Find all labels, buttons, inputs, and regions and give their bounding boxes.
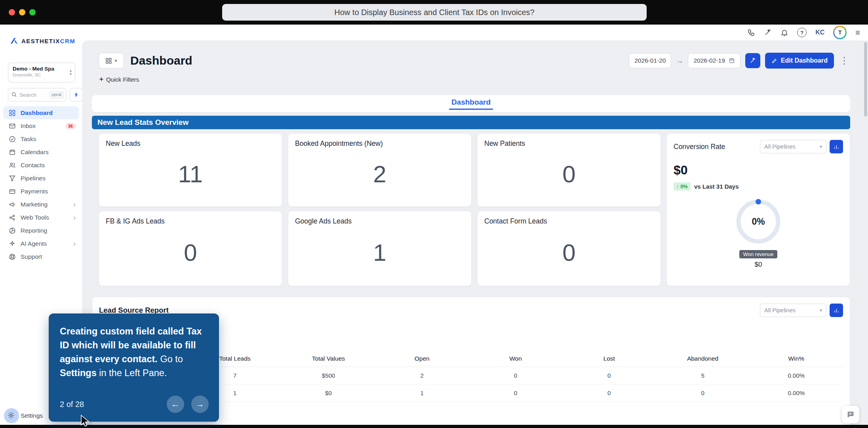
sidebar-item-support[interactable]: Support [3,250,79,263]
credit-card-icon [9,188,16,195]
brand-logo[interactable]: AESTHETIXCRM [10,36,75,45]
sidebar-item-label: Marketing [21,201,48,208]
sidebar-item-calendars[interactable]: Calendars [3,145,79,159]
date-from-input[interactable]: 2026-01-20 [629,53,671,68]
quick-filters-button[interactable]: + Quick Filters [99,75,139,83]
stat-label: New Leads [106,139,275,148]
ai-assist-button[interactable] [745,53,760,68]
sidebar-item-label: Pipelines [21,175,46,182]
sidebar-item-label: Inbox [21,122,36,130]
mouse-cursor [80,415,91,428]
close-window-button[interactable] [9,9,15,15]
pipeline-filter-select[interactable]: All Pipelines ▾ [760,304,826,317]
date-to-input[interactable]: 2026-02-19 [688,53,740,68]
minimize-window-button[interactable] [19,9,25,15]
screen: How to Display Business and Client Tax I… [0,0,868,428]
chart-settings-button[interactable] [830,304,843,317]
account-switcher[interactable]: Demo - Med Spa Greenville, SC ▴▾ [8,63,75,82]
grid-icon [9,109,16,117]
arrow-left-icon: ← [171,399,180,409]
zoom-window-button[interactable] [29,9,36,15]
pie-chart-icon [9,227,16,234]
stat-label: Contact Form Leads [484,217,654,225]
table-cell: 0 [562,390,656,396]
sidebar-item-label: Support [21,253,42,260]
envelope-icon [9,122,16,130]
stat-value: 0 [484,148,654,201]
sidebar-item-inbox[interactable]: Inbox 36 [3,119,79,132]
sidebar-item-label: Contacts [21,162,45,169]
sidebar-item-label: Calendars [21,149,49,156]
stat-card-contact-form-leads: Contact Form Leads 0 [477,211,661,286]
tab-dashboard[interactable]: Dashboard [449,98,493,110]
sidebar-item-label: Dashboard [21,109,53,117]
donut-percent-label: 0% [733,196,784,247]
table-cell: 1 [375,390,469,396]
tour-previous-button[interactable]: ← [167,396,184,413]
stat-value: 0 [484,225,654,280]
window-controls [9,9,36,15]
settings-label: Settings [21,412,43,419]
stat-value: 1 [295,225,464,280]
table-cell: 0 [562,372,656,379]
sidebar-item-reporting[interactable]: Reporting [3,224,79,237]
header-actions: 2026-01-20 → 2026-02-19 Edit Dashboard ⋮ [629,53,850,69]
vertical-scrollbar[interactable] [864,42,867,117]
stat-value: 2 [295,148,464,201]
stat-label: New Patients [484,139,654,148]
delta-badge: ↑ 0% [674,182,691,191]
brand-name: AESTHETIXCRM [21,38,75,44]
sidebar-item-marketing[interactable]: Marketing › [3,198,79,211]
sidebar-item-tasks[interactable]: Tasks [3,132,79,145]
bar-chart-icon [834,144,839,150]
pipeline-filter-select[interactable]: All Pipelines ▾ [760,140,826,153]
won-revenue-tooltip: Won revenue [739,250,777,258]
sidebar-item-web-tools[interactable]: Web Tools › [3,211,79,224]
column-header: Win% [750,355,843,362]
tour-next-button[interactable]: → [191,396,209,413]
wand-icon[interactable] [764,29,772,36]
table-cell: 0.00% [750,390,843,396]
table-cell: 2 [375,372,469,379]
more-options-icon[interactable]: ⋮ [839,56,850,65]
sidebar-item-ai-agents[interactable]: AI Agents › [3,237,79,250]
sidebar-item-contacts[interactable]: Contacts [3,159,79,172]
help-icon[interactable]: ? [797,28,807,37]
column-header: Lost [562,355,656,362]
delta-caption: vs Last 31 Days [694,183,739,190]
sidebar-item-payments[interactable]: Payments [3,185,79,198]
page-title: Dashboard [130,54,192,67]
bar-chart-icon [834,308,839,313]
menu-icon[interactable]: ≡ [855,28,860,37]
bottom-edge [0,425,868,428]
life-ring-icon [9,253,16,260]
sidebar-item-dashboard[interactable]: Dashboard [3,106,79,119]
phone-icon[interactable] [747,29,755,36]
dashboard-layout-button[interactable]: ▾ [99,53,124,69]
funnel-icon [9,175,16,182]
sidebar-item-label: Payments [21,188,48,195]
stat-label: Google Ads Leads [295,217,464,225]
chevron-right-icon: › [73,240,76,247]
quick-actions-button[interactable] [70,88,83,101]
sidebar-item-label: Web Tools [21,214,49,221]
chart-settings-button[interactable] [830,140,843,153]
sidebar-item-label: Reporting [21,227,47,234]
search-box[interactable]: ctrl+K [8,88,67,101]
search-input[interactable] [19,92,47,98]
stat-card-google-ads-leads: Google Ads Leads 1 [288,211,472,286]
table-cell: $0 [282,390,375,396]
chat-widget-button[interactable] [842,406,859,423]
calendar-icon [729,57,735,64]
account-location: Greenville, SC [13,73,65,77]
bell-icon[interactable] [780,29,788,36]
sparkle-icon [9,240,16,247]
user-initials-badge[interactable]: KC [815,29,824,36]
brand-logo-icon [10,36,18,45]
avatar[interactable]: T [833,26,847,39]
sidebar-item-pipelines[interactable]: Pipelines [3,172,79,185]
arrow-right-icon: → [196,399,204,409]
plus-icon: + [99,75,103,83]
edit-dashboard-button[interactable]: Edit Dashboard [765,53,834,69]
chat-icon [846,410,855,419]
